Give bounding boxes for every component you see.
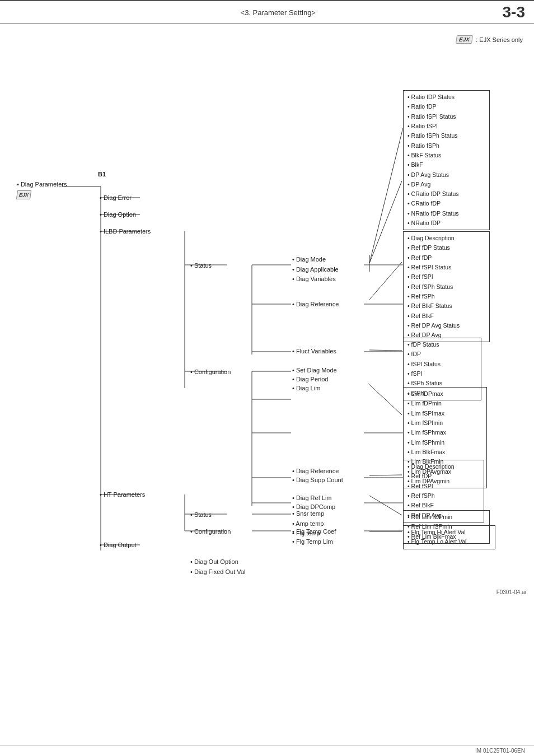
svg-line-37 <box>368 384 402 415</box>
figure-id: F0301-04.ai <box>496 589 526 595</box>
svg-line-34 <box>369 181 402 263</box>
set-diag-mode-node: • Set Diag Mode <box>292 366 337 376</box>
status-node: • Status <box>190 261 212 271</box>
diag-mode-group: • Diag Mode • Diag Applicable • Diag Var… <box>292 255 339 284</box>
svg-line-38 <box>369 475 402 475</box>
right-box-2: • Diag Description • Ref fDP Status • Re… <box>403 231 490 342</box>
diag-out-option-node: • Diag Out Option <box>190 557 238 567</box>
diag-output-node: • Diag Output <box>100 540 137 550</box>
diag-reference2-node: • Diag Reference <box>292 466 339 477</box>
header-title: <3. Parameter Setting> <box>54 8 503 17</box>
diag-period-node: • Diag Period <box>292 375 328 385</box>
diag-supp-count-node: • Diag Supp Count <box>292 475 343 486</box>
configuration-node: • Configuration <box>190 367 231 377</box>
ht-configuration-node: • Configuration <box>190 527 231 537</box>
b1-label: B1 <box>98 170 106 180</box>
fluct-variables-node: • Fluct Variables <box>292 347 336 357</box>
ilbd-parameters-node: • ILBD Parameters <box>100 227 151 237</box>
diag-fixed-out-val-node: • Diag Fixed Out Val <box>190 567 245 577</box>
ht-parameters-node: • HT Parameters <box>100 490 145 500</box>
diag-error-node: • Diag Error <box>100 193 132 203</box>
page-number: 3-3 <box>503 3 525 21</box>
diag-lim-node: • Diag Lim <box>292 384 320 394</box>
svg-line-36 <box>369 350 402 351</box>
diag-option-node: • Diag Option <box>100 210 136 220</box>
page-footer: IM 01C25T01-06EN <box>0 745 534 756</box>
footer-doc-id: IM 01C25T01-06EN <box>475 748 525 754</box>
diag-ref-lim-node: • Diag Ref Lim <box>292 493 332 503</box>
diag-parameters-node: • Diag Parameters EJX <box>17 180 67 199</box>
main-content: EJX : EJX Series only <box>0 30 534 606</box>
right-box-ht-config: • Flg Temp Hi Alert Val • Flg Temp Lo Al… <box>403 525 495 549</box>
diag-reference-node: • Diag Reference <box>292 300 339 310</box>
ht-config-items: • Flg Temp Coef • Flg Temp Lim <box>292 527 336 547</box>
ht-status-node: • Status <box>190 510 212 520</box>
svg-line-35 <box>369 262 402 300</box>
svg-line-33 <box>369 128 403 263</box>
ejx-badge-diag: EJX <box>16 190 31 199</box>
diagram: • Diag Parameters EJX B1 • Diag Error • … <box>11 41 526 590</box>
page-header: <3. Parameter Setting> 3-3 <box>0 0 534 24</box>
right-box-1: • Ratio fDP Status • Ratio fDP • Ratio f… <box>403 90 490 230</box>
svg-line-39 <box>369 496 402 515</box>
